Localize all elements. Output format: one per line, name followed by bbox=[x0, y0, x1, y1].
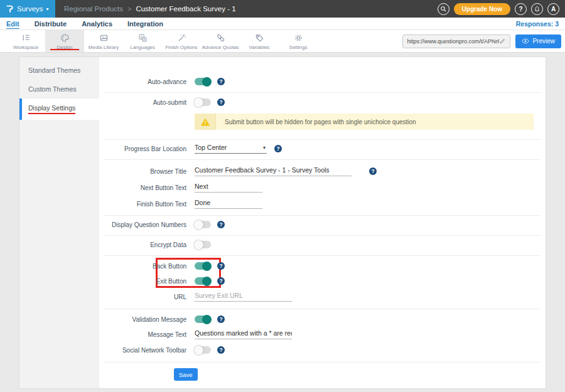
browser-title-row: Browser Title ? bbox=[99, 166, 546, 177]
back-button-help-icon[interactable]: ? bbox=[217, 262, 225, 270]
tool-variables-label: Variables bbox=[249, 45, 270, 50]
design-panel: Standard Themes Custom Themes Display Se… bbox=[19, 56, 546, 389]
validation-message-help-icon[interactable]: ? bbox=[217, 315, 225, 323]
languages-icon: 文 A bbox=[137, 33, 148, 43]
edit-pencil-icon[interactable] bbox=[499, 38, 506, 45]
avatar[interactable]: A bbox=[547, 3, 559, 15]
breadcrumb-survey-title: Customer Feedback Survey - 1 bbox=[136, 5, 235, 13]
auto-submit-row: Auto-submit ? bbox=[99, 97, 546, 108]
design-sidebar: Standard Themes Custom Themes Display Se… bbox=[19, 57, 99, 388]
auto-submit-toggle[interactable] bbox=[195, 98, 211, 106]
nav-tab-analytics[interactable]: Analytics bbox=[82, 20, 112, 28]
warning-text: Submit button will be hidden for pages w… bbox=[225, 119, 416, 125]
display-question-numbers-toggle[interactable] bbox=[195, 221, 211, 228]
social-network-toolbar-label: Social Network Toolbar bbox=[99, 347, 186, 354]
save-button[interactable]: Save bbox=[174, 368, 198, 381]
display-question-numbers-row: Display Question Numbers ? bbox=[99, 219, 546, 230]
validation-message-toggle[interactable] bbox=[195, 315, 211, 323]
tool-advance-quotas[interactable]: Advance Quotas bbox=[201, 30, 240, 52]
tool-workspace[interactable]: Workspace bbox=[6, 30, 45, 52]
progress-bar-location-row: Progress Bar Location Top Center ▾ ? bbox=[99, 143, 546, 154]
magic-wand-icon bbox=[176, 33, 187, 43]
tool-finish-options-label: Finish Options bbox=[165, 45, 197, 50]
warning-triangle-icon: ! bbox=[200, 117, 210, 127]
sidebar-item-display-settings[interactable]: Display Settings bbox=[19, 98, 99, 120]
toolbar-right: https://www.questionpro.com/t/APNrFZ Pre… bbox=[402, 30, 565, 52]
tool-media-library[interactable]: Media Library bbox=[84, 30, 123, 52]
sidebar-item-custom-themes[interactable]: Custom Themes bbox=[19, 80, 99, 98]
nav-tab-distribute[interactable]: Distribute bbox=[35, 20, 67, 28]
nav-tab-edit[interactable]: Edit bbox=[6, 20, 19, 28]
next-button-text-input[interactable] bbox=[195, 183, 262, 193]
divider bbox=[104, 215, 540, 216]
tool-languages[interactable]: 文 A Languages bbox=[123, 30, 162, 52]
sidebar-item-standard-themes[interactable]: Standard Themes bbox=[19, 61, 99, 80]
tag-icon bbox=[254, 33, 265, 43]
exit-url-label: URL bbox=[99, 294, 186, 300]
validation-message-label: Validation Message bbox=[99, 316, 186, 323]
progress-bar-help-icon[interactable]: ? bbox=[274, 145, 282, 152]
message-text-input[interactable] bbox=[195, 329, 292, 339]
questionpro-logo-icon bbox=[5, 4, 14, 14]
design-palette-icon bbox=[60, 33, 70, 43]
finish-button-text-input[interactable] bbox=[195, 199, 262, 209]
display-question-numbers-help-icon[interactable]: ? bbox=[217, 221, 225, 228]
display-question-numbers-label: Display Question Numbers bbox=[99, 221, 186, 228]
back-button-toggle[interactable] bbox=[195, 262, 211, 270]
search-icon bbox=[440, 6, 447, 13]
social-network-toolbar-row: Social Network Toolbar ? bbox=[99, 344, 546, 356]
next-button-text-row: Next Button Text bbox=[99, 182, 546, 193]
preview-button-label: Preview bbox=[532, 38, 555, 45]
svg-text:!: ! bbox=[204, 120, 206, 125]
auto-advance-toggle[interactable] bbox=[195, 78, 211, 85]
nav-tab-integration[interactable]: Integration bbox=[127, 20, 163, 28]
auto-advance-label: Auto-advance bbox=[99, 78, 186, 85]
preview-button[interactable]: Preview bbox=[515, 34, 561, 48]
help-button[interactable]: ? bbox=[515, 3, 527, 15]
browser-title-help-icon[interactable]: ? bbox=[369, 167, 377, 175]
exit-button-row: Exit Button ? bbox=[99, 275, 546, 287]
divider bbox=[104, 139, 540, 140]
product-menu[interactable]: Surveys ▾ bbox=[0, 0, 55, 18]
sidebar-item-label: Custom Themes bbox=[28, 85, 77, 93]
upgrade-now-button[interactable]: Upgrade Now bbox=[454, 3, 510, 15]
tool-settings[interactable]: Settings bbox=[279, 30, 318, 52]
divider bbox=[104, 362, 540, 363]
notifications-button[interactable] bbox=[531, 3, 543, 15]
sidebar-item-label: Display Settings bbox=[28, 104, 75, 114]
search-button[interactable] bbox=[438, 3, 449, 15]
breadcrumb-folder[interactable]: Regional Products bbox=[64, 5, 123, 13]
warning-icon-box: ! bbox=[195, 114, 216, 130]
survey-url-field[interactable]: https://www.questionpro.com/t/APNrFZ bbox=[402, 34, 510, 48]
tool-variables[interactable]: Variables bbox=[240, 30, 279, 52]
tool-languages-label: Languages bbox=[130, 45, 155, 50]
social-network-toolbar-help-icon[interactable]: ? bbox=[217, 346, 225, 354]
tool-workspace-label: Workspace bbox=[13, 45, 38, 50]
progress-bar-location-label: Progress Bar Location bbox=[99, 146, 186, 152]
auto-submit-help-icon[interactable]: ? bbox=[217, 98, 225, 106]
social-network-toolbar-toggle[interactable] bbox=[195, 346, 211, 354]
exit-url-input[interactable] bbox=[195, 292, 292, 302]
survey-url-text: https://www.questionpro.com/t/APNrFZ bbox=[407, 38, 499, 45]
exit-button-toggle[interactable] bbox=[195, 277, 211, 285]
eye-icon bbox=[522, 38, 529, 44]
message-text-label: Message Text bbox=[99, 331, 186, 338]
auto-advance-help-icon[interactable]: ? bbox=[217, 78, 225, 85]
browser-title-input[interactable] bbox=[195, 166, 352, 176]
exit-button-help-icon[interactable]: ? bbox=[217, 277, 225, 285]
encrypt-data-toggle[interactable] bbox=[195, 241, 211, 248]
message-text-row: Message Text bbox=[99, 329, 546, 340]
auto-advance-row: Auto-advance ? bbox=[99, 76, 546, 87]
progress-bar-location-value: Top Center bbox=[195, 144, 227, 151]
encrypt-data-label: Encrypt Data bbox=[99, 241, 186, 248]
tool-finish-options[interactable]: Finish Options bbox=[162, 30, 201, 52]
responses-count[interactable]: Responses: 3 bbox=[516, 20, 559, 28]
tool-design[interactable]: Design bbox=[45, 30, 84, 52]
progress-bar-location-select[interactable]: Top Center ▾ bbox=[195, 144, 267, 154]
next-button-text-label: Next Button Text bbox=[99, 184, 186, 191]
bell-icon bbox=[534, 6, 541, 13]
exit-url-row: URL bbox=[99, 291, 546, 302]
chevron-down-icon: ▾ bbox=[263, 145, 266, 151]
tool-advance-quotas-label: Advance Quotas bbox=[202, 45, 239, 50]
top-bar: Surveys ▾ Regional Products > Customer F… bbox=[0, 0, 565, 18]
